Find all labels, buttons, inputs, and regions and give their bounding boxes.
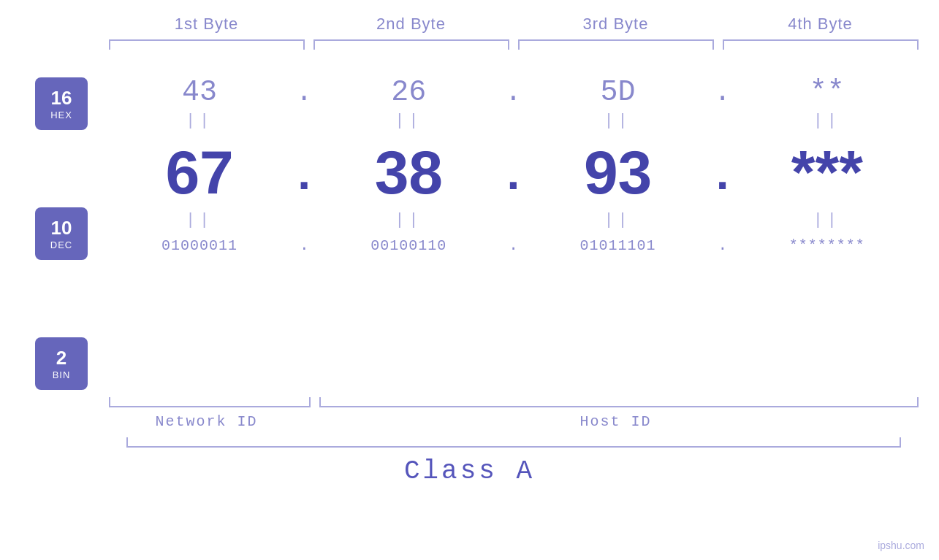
footer: ipshu.com xyxy=(878,540,924,551)
byte2-header: 2nd Byte xyxy=(309,15,514,34)
hex-val-3: 5D xyxy=(528,76,708,109)
eq1-4: || xyxy=(737,112,917,130)
hex-dot-3: . xyxy=(708,77,737,108)
byte1-header: 1st Byte xyxy=(104,15,309,34)
eq1-3: || xyxy=(528,112,708,130)
class-label: Class A xyxy=(0,456,939,486)
bin-dot-2: . xyxy=(499,237,528,255)
byte3-header: 3rd Byte xyxy=(514,15,718,34)
id-labels: Network ID Host ID xyxy=(104,413,923,430)
host-id-label: Host ID xyxy=(309,413,923,430)
hex-val-2: 26 xyxy=(319,76,498,109)
bin-dot-1: . xyxy=(289,237,319,255)
outer-bracket xyxy=(126,437,901,448)
dec-val-2: 38 xyxy=(319,137,498,208)
bin-val-1: 01000011 xyxy=(110,237,289,254)
bin-val-4: ******** xyxy=(737,237,917,254)
bracket-byte4 xyxy=(723,39,919,50)
net-id-bracket xyxy=(109,397,311,407)
hex-name: HEX xyxy=(50,110,72,120)
hex-badge: 16 HEX xyxy=(35,77,88,130)
bin-badge: 2 BIN xyxy=(35,337,88,390)
main-container: 1st Byte 2nd Byte 3rd Byte 4th Byte 16 H… xyxy=(0,0,939,560)
equals-row-2: || || || || xyxy=(110,211,917,229)
bin-row: 01000011 . 00100110 . 01011101 . *******… xyxy=(110,237,917,255)
values-area: 43 . 26 . 5D . ** || || || || 67 xyxy=(88,64,917,255)
bin-number: 2 xyxy=(56,347,66,369)
bin-dot-3: . xyxy=(708,237,737,255)
eq1-1: || xyxy=(110,112,289,130)
dec-dot-3: . xyxy=(708,146,737,200)
eq2-2: || xyxy=(319,211,498,229)
network-id-label: Network ID xyxy=(104,413,309,430)
eq2-4: || xyxy=(737,211,917,229)
dec-dot-1: . xyxy=(289,146,319,200)
hex-number: 16 xyxy=(51,87,72,110)
dec-badge: 10 DEC xyxy=(35,207,88,260)
equals-row-1: || || || || xyxy=(110,112,917,130)
bracket-byte1 xyxy=(109,39,305,50)
bracket-byte2 xyxy=(313,39,509,50)
byte-headers: 1st Byte 2nd Byte 3rd Byte 4th Byte xyxy=(104,15,923,34)
dec-row: 67 . 38 . 93 . *** xyxy=(110,137,917,208)
bottom-brackets-area xyxy=(104,397,923,407)
dec-number: 10 xyxy=(51,217,72,239)
hex-dot-2: . xyxy=(499,77,528,108)
dec-val-3: 93 xyxy=(528,137,708,208)
eq2-3: || xyxy=(528,211,708,229)
dec-name: DEC xyxy=(50,239,72,250)
hex-val-4: ** xyxy=(737,76,917,109)
bracket-byte3 xyxy=(518,39,714,50)
hex-dot-1: . xyxy=(289,77,319,108)
bin-val-2: 00100110 xyxy=(319,237,498,254)
host-id-bracket xyxy=(319,397,919,407)
bin-val-3: 01011101 xyxy=(528,237,708,254)
base-badges: 16 HEX 10 DEC 2 BIN xyxy=(0,64,88,390)
dec-val-1: 67 xyxy=(110,137,289,208)
eq1-2: || xyxy=(319,112,498,130)
dec-dot-2: . xyxy=(499,146,528,200)
hex-val-1: 43 xyxy=(110,76,289,109)
byte4-header: 4th Byte xyxy=(718,15,923,34)
dec-val-4: *** xyxy=(737,137,917,208)
hex-row: 43 . 26 . 5D . ** xyxy=(110,76,917,109)
top-brackets xyxy=(104,39,923,50)
eq2-1: || xyxy=(110,211,289,229)
bin-name: BIN xyxy=(53,369,71,380)
